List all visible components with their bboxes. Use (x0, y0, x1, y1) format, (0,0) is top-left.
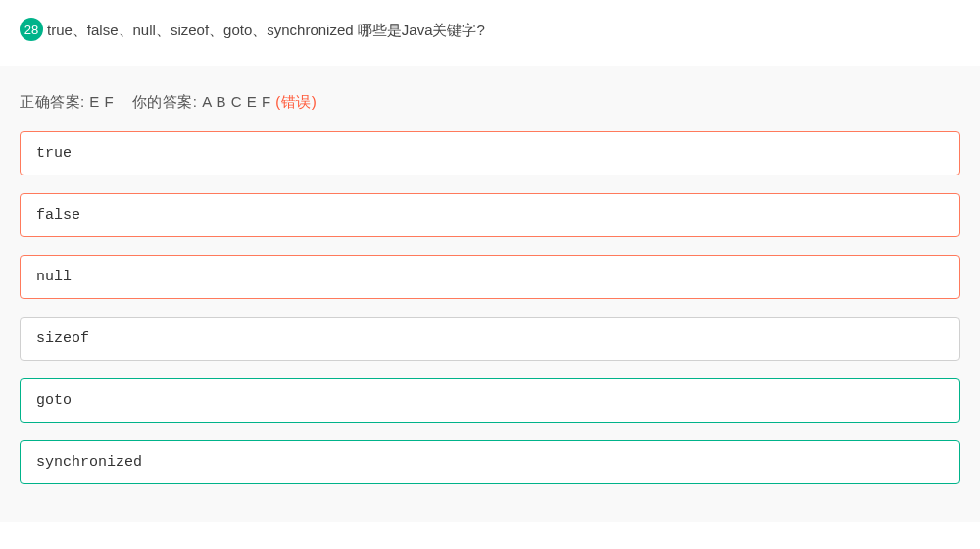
answer-section: 正确答案: E F 你的答案: A B C E F (错误) true fals… (0, 66, 980, 522)
option-f[interactable]: synchronized (20, 440, 960, 484)
your-answer-value: A B C E F (202, 93, 270, 110)
option-label: goto (36, 392, 72, 409)
question-text: true、false、null、sizeof、goto、synchronized… (47, 20, 485, 40)
answer-summary: 正确答案: E F 你的答案: A B C E F (错误) (20, 93, 960, 112)
option-label: null (36, 269, 72, 285)
option-label: true (36, 145, 72, 162)
option-a[interactable]: true (20, 131, 960, 175)
option-label: sizeof (36, 330, 89, 347)
correct-answer-label: 正确答案: (20, 93, 85, 110)
error-indicator: (错误) (275, 93, 317, 110)
your-answer-label: 你的答案: (132, 93, 198, 110)
correct-answer-value: E F (89, 93, 114, 110)
option-b[interactable]: false (20, 193, 960, 237)
option-e[interactable]: goto (20, 378, 960, 423)
option-d[interactable]: sizeof (20, 317, 960, 361)
question-header: 28 true、false、null、sizeof、goto、synchroni… (0, 0, 980, 66)
question-number-badge: 28 (20, 18, 43, 41)
option-label: synchronized (36, 454, 142, 471)
option-label: false (36, 207, 80, 224)
option-c[interactable]: null (20, 255, 960, 299)
